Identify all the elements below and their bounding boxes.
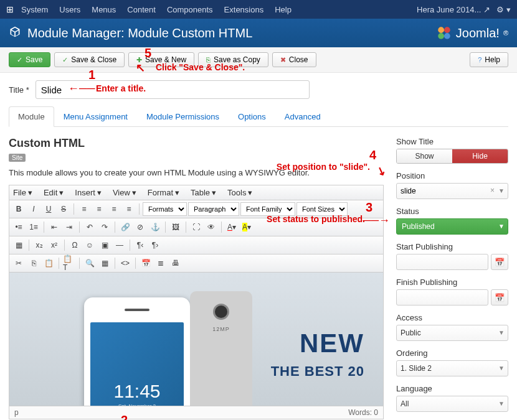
calendar-icon[interactable]: 📅 [491, 289, 508, 306]
check-icon: ✓ [17, 56, 22, 64]
topmenu-extensions[interactable]: Extensions [224, 5, 264, 14]
undo-icon[interactable]: ↶ [83, 220, 97, 234]
fontsize-select[interactable]: Font Sizes [296, 202, 348, 216]
check-icon: ✓ [62, 56, 68, 64]
indent-icon[interactable]: ⇥ [62, 220, 76, 234]
action-toolbar: ✓Save ✓Save & Close ✚Save & New ⎘Save as… [0, 47, 517, 73]
show-title-toggle[interactable]: Show Hide [396, 149, 508, 164]
close-button[interactable]: ✖Close [272, 52, 316, 67]
topmenu-users[interactable]: Users [59, 5, 80, 14]
bullet-list-icon[interactable]: •≡ [12, 220, 26, 234]
ltr-icon[interactable]: ¶‹ [133, 238, 147, 252]
help-button[interactable]: ?Help [470, 52, 508, 67]
editor-menu-insert[interactable]: Insert ▾ [75, 188, 102, 197]
align-center-icon[interactable]: ≡ [92, 202, 106, 216]
show-option[interactable]: Show [397, 149, 452, 163]
print-icon[interactable]: 🖶 [169, 256, 183, 270]
paste-icon[interactable]: 📋 [42, 256, 55, 270]
module-description: This module allows you to create your ow… [9, 168, 384, 177]
paragraph-select[interactable]: Paragraph [188, 202, 239, 216]
banner-text: NEW THE BEST 20 [271, 329, 364, 380]
tab-module-permissions[interactable]: Module Permissions [137, 106, 229, 126]
blocks-icon[interactable]: ▦ [98, 256, 111, 270]
date-icon[interactable]: 📅 [139, 256, 153, 270]
editor-menu-file[interactable]: File ▾ [13, 188, 32, 197]
calendar-icon[interactable]: 📅 [491, 254, 508, 270]
chevron-down-icon[interactable]: ▼ [498, 223, 505, 230]
status-select[interactable]: Published [396, 218, 508, 235]
access-select[interactable]: Public [396, 325, 508, 341]
media-icon[interactable]: ▣ [98, 238, 111, 252]
editor-menu-tools[interactable]: Tools ▾ [227, 188, 252, 197]
topmenu-components[interactable]: Components [167, 5, 213, 14]
hide-option[interactable]: Hide [452, 149, 508, 163]
editor-menu-format[interactable]: Format ▾ [148, 188, 179, 197]
tab-menu-assignment[interactable]: Menu Assignment [54, 106, 137, 126]
start-pub-input[interactable] [396, 254, 488, 270]
topmenu-content[interactable]: Content [127, 5, 156, 14]
site-link[interactable]: Hera June 2014...↗ [417, 5, 490, 14]
admin-topbar: ⊞ System Users Menus Content Components … [0, 0, 517, 19]
bgcolor-icon[interactable]: A▾ [240, 220, 254, 234]
source-icon[interactable]: <> [118, 256, 132, 270]
emoticon-icon[interactable]: ☺ [83, 238, 97, 252]
charmap-icon[interactable]: Ω [68, 238, 82, 252]
editor-menu-edit[interactable]: Edit ▾ [44, 188, 64, 197]
textcolor-icon[interactable]: A▾ [225, 220, 239, 234]
chevron-down-icon[interactable]: ▼ [498, 365, 505, 371]
unlink-icon[interactable]: ⊘ [133, 220, 147, 234]
hr-icon[interactable]: ― [113, 238, 126, 252]
tabs: Module Menu Assignment Module Permission… [9, 106, 508, 127]
tab-options[interactable]: Options [229, 106, 275, 126]
italic-icon[interactable]: I [27, 202, 40, 216]
editor-menubar: File ▾ Edit ▾ Insert ▾ View ▾ Format ▾ T… [9, 185, 383, 200]
bold-icon[interactable]: B [12, 202, 26, 216]
cut-icon[interactable]: ✂ [12, 256, 26, 270]
align-left-icon[interactable]: ≡ [77, 202, 91, 216]
link-icon[interactable]: 🔗 [118, 220, 132, 234]
chevron-down-icon[interactable]: ▼ [498, 187, 505, 194]
fullscreen-icon[interactable]: ⛶ [189, 220, 203, 234]
superscript-icon[interactable]: x² [47, 238, 61, 252]
tab-advanced[interactable]: Advanced [275, 106, 330, 126]
clear-icon[interactable]: × [490, 186, 495, 195]
save-new-button[interactable]: ✚Save & New [128, 52, 194, 67]
save-copy-button[interactable]: ⎘Save as Copy [198, 52, 268, 67]
align-right-icon[interactable]: ≡ [107, 202, 121, 216]
topmenu-help[interactable]: Help [275, 5, 292, 14]
fontfamily-select[interactable]: Font Family [240, 202, 295, 216]
image-icon[interactable]: 🖼 [169, 220, 183, 234]
save-button[interactable]: ✓Save [9, 52, 50, 67]
title-input[interactable] [36, 80, 310, 99]
chevron-down-icon[interactable]: ▼ [498, 400, 505, 407]
finish-pub-input[interactable] [396, 289, 488, 306]
template-icon[interactable]: ≣ [154, 256, 168, 270]
subscript-icon[interactable]: x₂ [32, 238, 46, 252]
topmenu-menus[interactable]: Menus [92, 5, 116, 14]
tab-module[interactable]: Module [9, 106, 54, 127]
rtl-icon[interactable]: ¶› [148, 238, 162, 252]
outdent-icon[interactable]: ⇤ [47, 220, 61, 234]
editor-menu-view[interactable]: View ▾ [113, 188, 136, 197]
editor-content[interactable]: 11:45 Sat, November 2 12MP NEW THE BEST … [9, 273, 383, 406]
formats-select[interactable]: Formats [143, 202, 187, 216]
topmenu-system[interactable]: System [21, 5, 48, 14]
editor-menu-table[interactable]: Table ▾ [191, 188, 216, 197]
pastetext-icon[interactable]: 📋T [62, 256, 76, 270]
find-icon[interactable]: 🔍 [83, 256, 97, 270]
underline-icon[interactable]: U [42, 202, 55, 216]
redo-icon[interactable]: ↷ [98, 220, 111, 234]
save-close-button[interactable]: ✓Save & Close [54, 52, 125, 67]
preview-icon[interactable]: 👁 [204, 220, 218, 234]
table-icon[interactable]: ▦ [12, 238, 26, 252]
align-justify-icon[interactable]: ≡ [122, 202, 136, 216]
language-select[interactable]: All [396, 396, 508, 412]
strikethrough-icon[interactable]: S [57, 202, 70, 216]
editor-path[interactable]: p [14, 408, 19, 417]
ordering-select[interactable]: 1. Slide 2 [396, 360, 508, 376]
anchor-icon[interactable]: ⚓ [148, 220, 162, 234]
chevron-down-icon[interactable]: ▼ [498, 329, 505, 336]
number-list-icon[interactable]: 1≡ [27, 220, 40, 234]
copy-icon[interactable]: ⎘ [27, 256, 40, 270]
settings-icon[interactable]: ⚙ ▾ [496, 5, 511, 14]
